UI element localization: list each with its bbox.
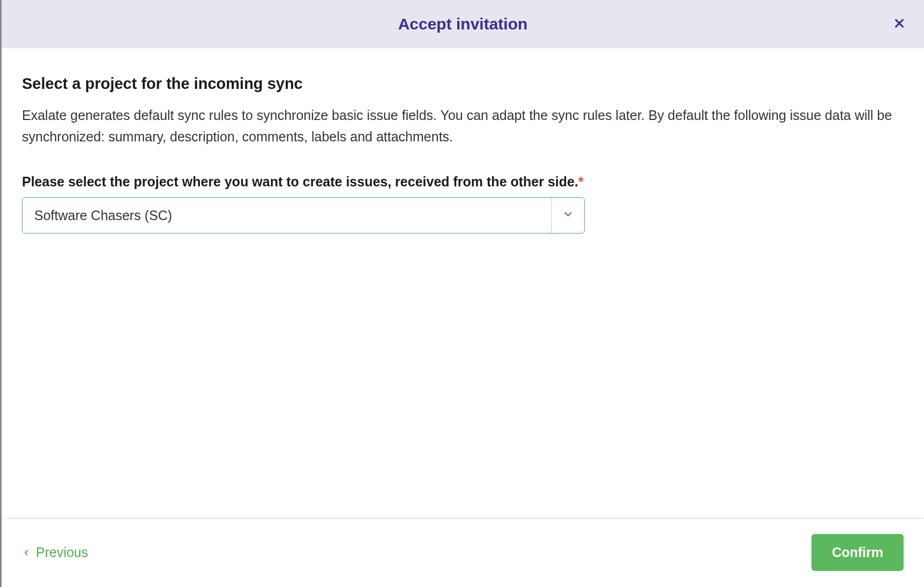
project-select-value: Software Chasers (SC) [23, 208, 551, 223]
modal-footer: Previous Confirm [2, 518, 924, 587]
modal-header: Accept invitation [2, 0, 924, 48]
section-title: Select a project for the incoming sync [22, 75, 904, 93]
confirm-button[interactable]: Confirm [811, 534, 904, 571]
accept-invitation-modal: Accept invitation Select a project for t… [0, 0, 924, 587]
project-select-indicator[interactable] [551, 198, 584, 233]
modal-title: Accept invitation [398, 15, 528, 33]
section-description: Exalate generates default sync rules to … [22, 104, 904, 147]
required-indicator: * [578, 174, 584, 189]
chevron-down-icon [562, 208, 574, 222]
project-select-control[interactable]: Software Chasers (SC) [22, 197, 585, 234]
close-icon [893, 18, 905, 31]
previous-button[interactable]: Previous [22, 545, 88, 560]
project-field-label: Please select the project where you want… [22, 174, 904, 190]
project-field-label-text: Please select the project where you want… [22, 174, 578, 189]
previous-button-label: Previous [36, 545, 88, 560]
modal-body: Select a project for the incoming sync E… [2, 48, 924, 518]
close-button[interactable] [891, 15, 908, 34]
project-select[interactable]: Software Chasers (SC) [22, 197, 585, 234]
chevron-left-icon [22, 545, 31, 560]
